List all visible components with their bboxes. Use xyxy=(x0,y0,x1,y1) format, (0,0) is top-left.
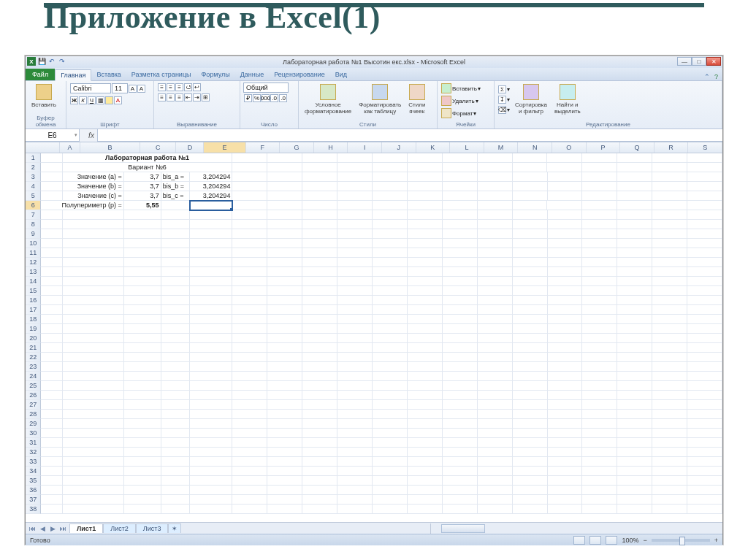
cell[interactable] xyxy=(337,172,373,182)
col-header[interactable]: P xyxy=(587,142,621,153)
row-header[interactable]: 12 xyxy=(26,258,41,267)
cell[interactable] xyxy=(373,476,408,486)
cell[interactable] xyxy=(373,191,408,201)
cell[interactable] xyxy=(232,419,267,429)
sheet-nav-last-icon[interactable]: ⏭ xyxy=(58,525,68,532)
cell[interactable] xyxy=(373,505,408,514)
cell[interactable] xyxy=(41,172,62,182)
cell[interactable] xyxy=(267,410,302,419)
cell[interactable] xyxy=(408,248,443,258)
row-header[interactable]: 11 xyxy=(26,248,41,258)
cell[interactable] xyxy=(408,353,443,362)
cell[interactable]: Значение (b) = xyxy=(63,182,124,191)
cell[interactable] xyxy=(617,153,652,163)
cell[interactable] xyxy=(687,286,722,296)
paste-button[interactable]: Вставить xyxy=(28,83,59,110)
cell[interactable] xyxy=(161,391,190,400)
cell[interactable] xyxy=(41,476,62,486)
cell[interactable] xyxy=(443,153,478,163)
cell[interactable] xyxy=(652,457,687,467)
cell[interactable] xyxy=(513,229,548,239)
row-header[interactable]: 21 xyxy=(26,343,41,353)
cell[interactable] xyxy=(617,258,652,267)
cell[interactable] xyxy=(443,267,478,277)
cell[interactable] xyxy=(687,438,722,448)
col-header[interactable]: E xyxy=(204,142,245,153)
cell[interactable] xyxy=(443,353,478,362)
cell[interactable] xyxy=(513,438,548,448)
cell[interactable] xyxy=(232,296,267,305)
cell[interactable] xyxy=(408,324,443,334)
cell[interactable] xyxy=(190,220,233,229)
cell[interactable] xyxy=(124,258,161,267)
cell[interactable] xyxy=(582,191,617,201)
cell[interactable] xyxy=(652,229,687,239)
cell[interactable] xyxy=(548,220,583,229)
cell[interactable] xyxy=(548,277,583,286)
cell[interactable] xyxy=(687,410,722,419)
cell[interactable] xyxy=(408,305,443,315)
cell[interactable] xyxy=(302,305,337,315)
cell[interactable] xyxy=(337,153,373,163)
cell[interactable] xyxy=(232,372,267,381)
cell[interactable] xyxy=(124,353,161,362)
cell[interactable] xyxy=(302,172,337,182)
cell[interactable] xyxy=(41,220,62,229)
cell[interactable] xyxy=(302,362,337,372)
cell[interactable]: Значение (c) = xyxy=(63,191,124,201)
cell[interactable] xyxy=(267,457,302,467)
cell[interactable] xyxy=(124,296,161,305)
cell[interactable] xyxy=(582,248,617,258)
cell[interactable] xyxy=(652,201,687,210)
cell[interactable] xyxy=(582,296,617,305)
cell[interactable] xyxy=(124,438,161,448)
col-header[interactable]: G xyxy=(280,142,314,153)
cell[interactable] xyxy=(63,210,124,220)
cell[interactable] xyxy=(63,353,124,362)
cell[interactable] xyxy=(190,362,233,372)
cell[interactable] xyxy=(687,324,722,334)
cell[interactable]: bis_b = xyxy=(161,182,190,191)
cell[interactable] xyxy=(513,239,548,248)
cell[interactable] xyxy=(41,353,62,362)
cell[interactable] xyxy=(443,210,478,220)
cell[interactable] xyxy=(302,419,337,429)
tab-insert[interactable]: Вставка xyxy=(91,69,126,80)
cell[interactable] xyxy=(687,315,722,324)
decrease-decimal-icon[interactable]: .0 xyxy=(279,94,287,102)
cell[interactable] xyxy=(373,229,408,239)
cell[interactable] xyxy=(267,239,302,248)
cell[interactable] xyxy=(513,334,548,343)
row-header[interactable]: 19 xyxy=(26,324,41,334)
cell[interactable] xyxy=(547,153,582,163)
cell[interactable] xyxy=(478,362,513,372)
cell[interactable] xyxy=(63,400,124,410)
font-color-button[interactable]: A xyxy=(114,96,122,104)
cell[interactable] xyxy=(161,457,190,467)
cell[interactable] xyxy=(41,457,62,467)
cell[interactable] xyxy=(337,163,373,172)
cell[interactable]: 3,7 xyxy=(124,182,161,191)
cell[interactable] xyxy=(478,239,513,248)
row-header[interactable]: 10 xyxy=(26,239,41,248)
cell[interactable] xyxy=(582,476,617,486)
currency-icon[interactable]: ₽ xyxy=(244,94,252,102)
cell[interactable] xyxy=(548,476,583,486)
cell[interactable] xyxy=(408,429,443,438)
cell[interactable] xyxy=(337,315,373,324)
italic-button[interactable]: К xyxy=(79,96,87,104)
cell[interactable] xyxy=(513,182,548,191)
cell[interactable]: 3,7 xyxy=(124,191,161,201)
cell[interactable] xyxy=(548,438,583,448)
cell[interactable] xyxy=(652,248,687,258)
cell[interactable] xyxy=(548,258,583,267)
cell[interactable] xyxy=(373,438,408,448)
cell[interactable] xyxy=(373,277,408,286)
cell[interactable] xyxy=(478,372,513,381)
cell[interactable]: 3,7 xyxy=(124,172,161,182)
cell[interactable] xyxy=(373,353,408,362)
cell[interactable] xyxy=(513,505,548,514)
cell[interactable] xyxy=(267,324,302,334)
cell[interactable] xyxy=(443,505,478,514)
cell[interactable] xyxy=(63,305,124,315)
